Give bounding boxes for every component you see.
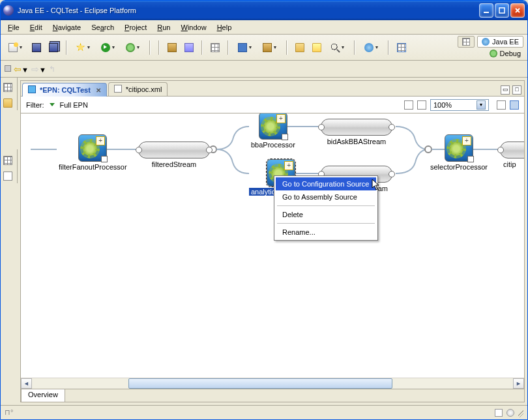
epn-icon: [28, 85, 37, 95]
layout-btn-1[interactable]: [404, 100, 413, 110]
view-btn-1[interactable]: [3, 83, 15, 95]
node-label: bidAskBBAStream: [321, 138, 392, 145]
context-menu: Go to Configuration Source Go to Assembl…: [274, 175, 378, 241]
left-trim-2: [1, 149, 18, 183]
svg-rect-1: [499, 8, 505, 13]
close-button[interactable]: [510, 3, 525, 18]
run-button[interactable]: ▼: [97, 40, 119, 55]
pin-button[interactable]: [5, 65, 11, 73]
view-btn-a[interactable]: [497, 100, 506, 110]
status-bar: ⊓°: [1, 405, 527, 419]
scroll-left-button[interactable]: ◄: [21, 378, 32, 389]
scroll-thumb[interactable]: [128, 378, 393, 389]
open-perspective-button[interactable]: [458, 36, 475, 48]
node-label: selectorProcessor: [428, 163, 490, 171]
new-button[interactable]: ▼: [5, 40, 27, 55]
eclipse-icon: [3, 5, 14, 16]
ctx-rename[interactable]: Rename...: [276, 226, 376, 239]
tab-label: *citipoc.xml: [126, 85, 162, 93]
maximize-editor-icon[interactable]: □: [512, 85, 521, 95]
node-label: citip: [501, 160, 524, 168]
view-btn-b[interactable]: [510, 100, 519, 110]
menu-run[interactable]: Run: [153, 22, 175, 33]
menu-search[interactable]: Search: [87, 22, 119, 33]
node-bbaprocessor[interactable]: + bbaProcessor: [249, 113, 297, 149]
status-icon-2[interactable]: [495, 409, 503, 417]
editor-area: *EPN: CQLTest ✕ *citipoc.xml ▭ □ Filter:…: [20, 80, 525, 402]
tab-citipoc-xml[interactable]: *citipoc.xml: [108, 82, 168, 96]
view-btn-3[interactable]: [3, 156, 15, 168]
search-button[interactable]: ▼: [327, 40, 349, 55]
filter-label: Filter:: [26, 101, 44, 109]
processor-icon: +: [445, 134, 473, 162]
zoom-combo[interactable]: 100% ▼: [430, 99, 489, 111]
tool-btn-8[interactable]: ▼: [360, 40, 383, 55]
nav-up-button[interactable]: ↰: [49, 65, 55, 74]
node-filteredstream[interactable]: filteredStream: [138, 142, 210, 158]
nav-back-button[interactable]: ⇦▼: [14, 64, 29, 74]
layout-btn-2[interactable]: [417, 100, 426, 110]
horizontal-scrollbar[interactable]: ◄ ►: [21, 378, 524, 389]
processor-icon: +: [78, 134, 107, 162]
save-button[interactable]: [29, 40, 44, 55]
nav-toolbar: ⇦▼ ⇨▼ ↰: [1, 61, 527, 78]
tool-btn-9[interactable]: [394, 40, 409, 55]
filter-bar: Filter: Full EPN 100% ▼: [21, 97, 524, 113]
menu-window[interactable]: Window: [176, 22, 211, 33]
zoom-value: 100%: [433, 101, 452, 109]
debug-button[interactable]: ▼: [122, 40, 144, 55]
menu-file[interactable]: File: [3, 22, 24, 33]
tool-btn-1[interactable]: [165, 40, 179, 55]
menu-project[interactable]: Project: [120, 22, 151, 33]
filter-dropdown-icon[interactable]: [50, 103, 55, 106]
perspective-debug[interactable]: Debug: [487, 49, 523, 58]
editor-tabs: *EPN: CQLTest ✕ *citipoc.xml ▭ □: [21, 81, 524, 97]
resize-grip-icon[interactable]: [518, 408, 523, 417]
menu-edit[interactable]: Edit: [25, 22, 47, 33]
maximize-button[interactable]: [495, 3, 509, 18]
node-citip[interactable]: citip: [500, 142, 524, 158]
node-bidaskstream[interactable]: bidAskBBAStream: [321, 119, 392, 136]
status-icon-1[interactable]: ⊓°: [5, 408, 13, 417]
tool-btn-6[interactable]: [293, 40, 307, 55]
window-title: Java EE - CQLTest - Eclipse Platform: [18, 7, 479, 14]
zoom-dropdown-icon[interactable]: ▼: [477, 100, 486, 110]
external-tools-button[interactable]: ▼: [72, 40, 95, 55]
tab-label: *EPN: CQLTest: [40, 86, 91, 94]
node-selectorprocessor[interactable]: + selectorProcessor: [428, 134, 490, 171]
titlebar: Java EE - CQLTest - Eclipse Platform: [1, 1, 527, 20]
tool-btn-5[interactable]: ▼: [259, 40, 281, 55]
menu-help[interactable]: Help: [213, 22, 237, 33]
menubar: File Edit Navigate Search Project Run Wi…: [1, 20, 527, 35]
nav-fwd-button[interactable]: ⇨▼: [31, 64, 46, 74]
tool-btn-3[interactable]: [208, 40, 222, 55]
tool-btn-7[interactable]: [310, 40, 324, 55]
view-btn-4[interactable]: [3, 172, 15, 183]
processor-icon: +: [259, 113, 287, 140]
save-all-button[interactable]: [46, 40, 61, 55]
tab-epn-cqltest[interactable]: *EPN: CQLTest ✕: [22, 83, 107, 97]
tool-btn-4[interactable]: ▼: [234, 40, 256, 55]
ctx-delete[interactable]: Delete: [276, 208, 376, 221]
bottom-tabs: Overview: [21, 389, 524, 402]
node-label: bbaProcessor: [249, 141, 297, 149]
node-label: filterFanoutProcessor: [57, 163, 129, 171]
close-tab-icon[interactable]: ✕: [96, 87, 101, 94]
filter-scope[interactable]: Full EPN: [60, 101, 88, 109]
status-icon-3[interactable]: [506, 409, 514, 417]
xml-icon: [114, 85, 123, 94]
left-trim-1: [1, 78, 18, 110]
tool-btn-2[interactable]: [182, 40, 196, 55]
ctx-goto-config[interactable]: Go to Configuration Source: [276, 177, 376, 190]
menu-navigate[interactable]: Navigate: [48, 22, 85, 33]
view-btn-2[interactable]: [3, 98, 15, 110]
tab-overview[interactable]: Overview: [21, 389, 65, 402]
node-filterfanout[interactable]: + filterFanoutProcessor: [57, 134, 129, 171]
scroll-right-button[interactable]: ►: [513, 378, 524, 389]
perspective-javaee[interactable]: Java EE: [477, 36, 523, 48]
minimize-button[interactable]: [479, 3, 493, 18]
ctx-goto-assembly[interactable]: Go to Assembly Source: [276, 190, 376, 203]
epn-canvas[interactable]: + filterFanoutProcessor filteredStream +…: [21, 113, 524, 377]
svg-rect-0: [484, 12, 489, 13]
minimize-editor-icon[interactable]: ▭: [501, 85, 510, 95]
